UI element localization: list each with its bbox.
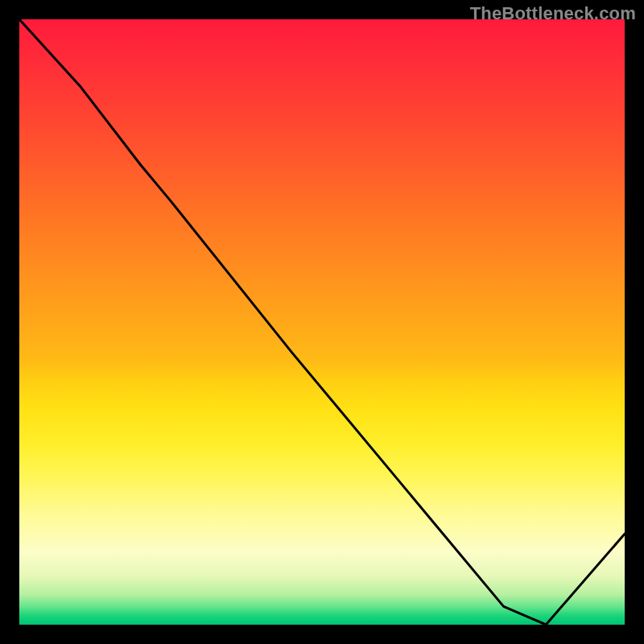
chart-frame: TheBottleneck.com (0, 0, 644, 644)
plot-area (19, 19, 625, 625)
watermark-text: TheBottleneck.com (470, 3, 636, 24)
data-curve (19, 19, 625, 625)
